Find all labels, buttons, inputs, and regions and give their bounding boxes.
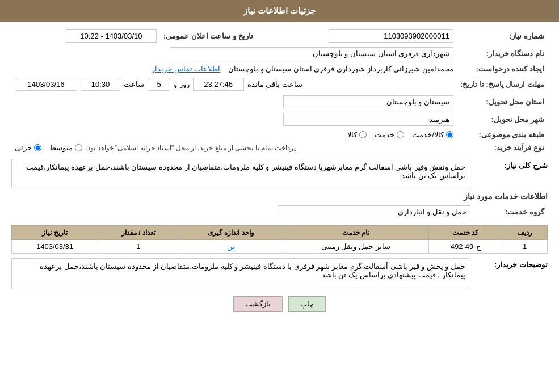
creator-label: ایجاد کننده درخواست: (457, 62, 548, 75)
deadline-row: مهلت ارسال پاسخ: تا تاریخ: ساعت باقی مان… (11, 75, 548, 93)
province-value: سیستان و بلوچستان (11, 93, 457, 111)
type-jozei-radio[interactable] (34, 144, 41, 151)
cell-unit: تن (179, 240, 283, 254)
col-date: تاریخ نیاز (12, 226, 98, 240)
creator-value: محمدامین شیرزائی کاربرداز شهرداری فرفری … (11, 62, 457, 75)
type-mottaset-radio[interactable] (75, 144, 82, 151)
cell-date: 1403/03/31 (12, 240, 98, 254)
id-row: شماره نیاز: 1103093902000011 تاریخ و ساع… (11, 27, 548, 45)
remaining-label: ساعت باقی مانده (247, 80, 302, 88)
city-input: هیرمند (283, 113, 453, 126)
type-mottaset-label: متوسط (49, 144, 73, 152)
time-input: 10:30 (81, 78, 120, 91)
back-button[interactable]: بازگشت (233, 296, 283, 312)
id-input: 1103093902000011 (329, 29, 453, 43)
purchase-type-radio-group: متوسط جزئی (15, 144, 82, 152)
cell-service-name: سایر حمل ونقل زمینی (283, 240, 428, 254)
col-quantity: تعداد / مقدار (98, 226, 179, 240)
description-section: شرح کلی نیاز: حمل ونقش وقیر باشی آسفالت … (11, 159, 548, 187)
category-khedmat-item: خدمت (375, 130, 404, 139)
buyer-input: شهرداری فرفری استان سیستان و بلوچستان (170, 47, 453, 60)
buyer-notes-text: حمل و پخش و قیر باشی آسفالت گرم معابر شه… (40, 262, 465, 279)
category-kala-item: کالا (347, 130, 367, 139)
day-label: روز و (174, 80, 190, 88)
buyer-value: شهرداری فرفری استان سیستان و بلوچستان (11, 45, 457, 62)
datetime-input: 1403/03/10 - 10:22 (66, 29, 157, 43)
province-label: استان محل تحویل: (457, 93, 548, 111)
category-label: طبقه بندی موضوعی: (457, 128, 548, 141)
time-label: ساعت (124, 80, 144, 88)
page-header: جزئیات اطلاعات نیاز (0, 0, 559, 22)
buyer-notes-content: حمل و پخش و قیر باشی آسفالت گرم معابر شه… (11, 258, 469, 289)
days-input: 5 (148, 78, 170, 91)
id-label: شماره نیاز: (457, 27, 548, 45)
category-radio-group: کالا/خدمت خدمت کالا (15, 130, 453, 139)
service-group-table: گروه خدمت: حمل و نقل و انبارداری (11, 203, 548, 221)
purchase-type-label: نوع فرآیند خرید: (457, 141, 548, 154)
province-input: سیستان و بلوچستان (283, 95, 453, 108)
buyer-notes-section: توضیحات خریدار: حمل و پخش و قیر باشی آسف… (11, 258, 548, 289)
description-content: حمل ونقش وقیر باشی آسفالت گرم معابرشهریا… (11, 159, 469, 187)
city-label: شهر محل تحویل: (457, 111, 548, 128)
type-jozei-item: جزئی (15, 144, 41, 152)
category-kala-khedmat-label: کالا/خدمت (412, 130, 444, 139)
category-row: طبقه بندی موضوعی: کالا/خدمت خدمت (11, 128, 548, 141)
category-kala-label: کالا (347, 130, 357, 139)
type-jozei-label: جزئی (15, 144, 32, 152)
category-kala-khedmat-radio[interactable] (446, 131, 453, 138)
services-table-header-row: ردیف کد خدمت نام خدمت واحد اندازه گیری ت… (12, 226, 548, 240)
remaining-input: 23:27:46 (193, 78, 244, 91)
service-group-input: حمل و نقل و انبارداری (278, 205, 470, 218)
description-text: حمل ونقش وقیر باشی آسفالت گرم معابرشهریا… (26, 163, 465, 180)
category-khedmat-label: خدمت (375, 130, 394, 139)
city-row: شهر محل تحویل: هیرمند (11, 111, 548, 128)
purchase-notice: پرداخت تمام یا بخشی از مبلغ خرید، از محل… (86, 144, 296, 152)
province-row: استان محل تحویل: سیستان و بلوچستان (11, 93, 548, 111)
id-value: 1103093902000011 (257, 27, 457, 45)
cell-quantity: 1 (98, 240, 179, 254)
purchase-type-row: نوع فرآیند خرید: پرداخت تمام یا بخشی از … (11, 141, 548, 154)
category-value: کالا/خدمت خدمت کالا (11, 128, 457, 141)
date-input: 1403/03/16 (15, 78, 77, 91)
city-value: هیرمند (11, 111, 457, 128)
buyer-row: نام دستگاه خریدار: شهرداری فرفری استان س… (11, 45, 548, 62)
info-table: شماره نیاز: 1103093902000011 تاریخ و ساع… (11, 27, 548, 154)
description-label: شرح کلی نیاز: (474, 159, 548, 170)
button-row: چاپ بازگشت (11, 296, 548, 312)
services-table-head: ردیف کد خدمت نام خدمت واحد اندازه گیری ت… (12, 226, 548, 240)
col-service-name: نام خدمت (283, 226, 428, 240)
page-wrapper: جزئیات اطلاعات نیاز شماره نیاز: 11030939… (0, 0, 559, 392)
creator-link[interactable]: اطلاعات تماس خریدار (152, 65, 220, 73)
services-table-body: 1 ح-49-492 سایر حمل ونقل زمینی تن 1 1403… (12, 240, 548, 254)
datetime-value: 1403/03/10 - 10:22 (11, 27, 160, 45)
service-group-value: حمل و نقل و انبارداری (11, 203, 474, 221)
description-textarea: حمل ونقش وقیر باشی آسفالت گرم معابرشهریا… (11, 159, 469, 187)
header-title: جزئیات اطلاعات نیاز (243, 6, 316, 15)
creator-name: محمدامین شیرزائی کاربرداز شهرداری فرفری … (228, 65, 453, 73)
print-button[interactable]: چاپ (288, 296, 326, 312)
creator-row: ایجاد کننده درخواست: محمدامین شیرزائی کا… (11, 62, 548, 75)
services-section-title: اطلاعات خدمات مورد نیاز (11, 192, 548, 201)
service-group-label: گروه خدمت: (474, 203, 548, 221)
category-kala-khedmat-item: کالا/خدمت (412, 130, 453, 139)
col-row-num: ردیف (502, 226, 548, 240)
category-khedmat-radio[interactable] (397, 131, 404, 138)
purchase-type-value: پرداخت تمام یا بخشی از مبلغ خرید، از محل… (11, 141, 457, 154)
services-table: ردیف کد خدمت نام خدمت واحد اندازه گیری ت… (11, 225, 548, 254)
cell-service-code: ح-49-492 (428, 240, 502, 254)
deadline-label: مهلت ارسال پاسخ: تا تاریخ: (457, 75, 548, 93)
type-mottaset-item: متوسط (49, 144, 82, 152)
table-row: 1 ح-49-492 سایر حمل ونقل زمینی تن 1 1403… (12, 240, 548, 254)
cell-row-num: 1 (502, 240, 548, 254)
col-service-code: کد خدمت (428, 226, 502, 240)
service-group-row: گروه خدمت: حمل و نقل و انبارداری (11, 203, 548, 221)
deadline-value: ساعت باقی مانده 23:27:46 روز و 5 ساعت 10… (11, 75, 457, 93)
content-area: شماره نیاز: 1103093902000011 تاریخ و ساع… (0, 22, 559, 324)
datetime-label: تاریخ و ساعت اعلان عمومی: (160, 27, 257, 45)
category-kala-radio[interactable] (359, 131, 367, 138)
buyer-notes-label: توضیحات خریدار: (474, 258, 548, 269)
buyer-notes-textarea: حمل و پخش و قیر باشی آسفالت گرم معابر شه… (11, 258, 469, 289)
buyer-label: نام دستگاه خریدار: (457, 45, 548, 62)
col-unit: واحد اندازه گیری (179, 226, 283, 240)
